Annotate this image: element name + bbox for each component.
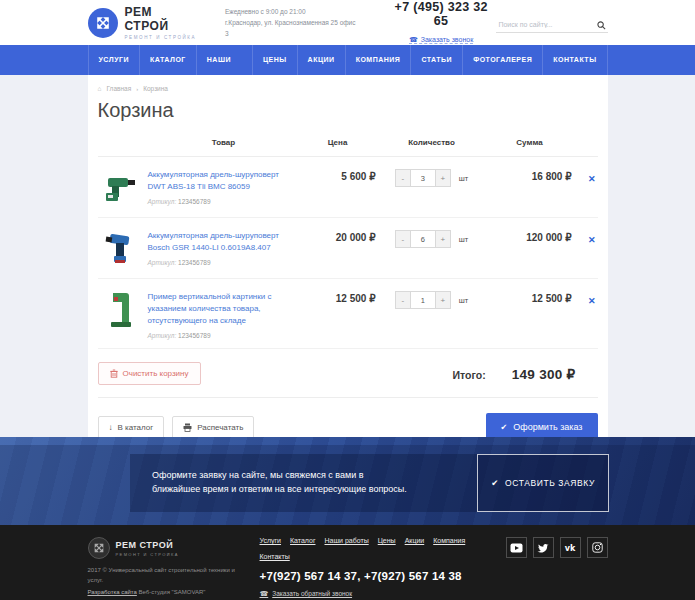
cart-page: ⌂ Главная › Корзина Корзина Товар Цена К… xyxy=(88,75,608,437)
qty-input[interactable] xyxy=(410,230,436,248)
developer-credit: Разработка сайта Веб-студия "SAMOVAR" xyxy=(88,589,240,595)
nav-item-nashi-raboty[interactable]: НАШИ РАБОТЫ xyxy=(197,45,253,75)
nav-item-fotogalereya[interactable]: ФОТОГАЛЕРЕЯ xyxy=(463,45,543,75)
remove-item-button[interactable]: ✕ xyxy=(586,235,598,246)
price-value: 12 500 ₽ xyxy=(300,290,376,304)
social-links: vk xyxy=(506,537,608,600)
arrow-icon: ↓ xyxy=(109,423,113,432)
breadcrumb-home[interactable]: Главная xyxy=(106,85,131,92)
qty-increase-button[interactable]: + xyxy=(436,230,451,248)
home-icon[interactable]: ⌂ xyxy=(98,85,102,92)
sum-value: 120 000 ₽ xyxy=(488,229,572,243)
column-sum: Сумма xyxy=(488,138,572,147)
schedule-hours: Ежедневно с 9:00 до 21:00 xyxy=(225,6,360,17)
footer-logo-subtitle: РЕМОНТ И СТРОЙКА xyxy=(116,552,179,557)
site-footer: РЕМ СТРОЙ РЕМОНТ И СТРОЙКА 2017 © Универ… xyxy=(0,525,695,600)
sum-value: 12 500 ₽ xyxy=(488,290,572,304)
product-image-green-drill[interactable] xyxy=(100,168,140,208)
footer-link-tseny[interactable]: Цены xyxy=(378,537,396,544)
column-quantity: Количество xyxy=(376,138,488,147)
developer-link[interactable]: Разработка сайта xyxy=(88,589,137,595)
sku-value: 123456789 xyxy=(178,198,211,205)
footer-nav: Услуги Каталог Наши работы Цены Акции Ко… xyxy=(260,537,498,560)
check-icon: ✔ xyxy=(491,478,499,488)
check-icon: ✔ xyxy=(501,423,508,432)
main-nav: УСЛУГИ КАТАЛОГ НАШИ РАБОТЫ ЦЕНЫ АКЦИИ КО… xyxy=(0,45,695,75)
print-button[interactable]: Распечатать xyxy=(172,416,254,439)
search-icon[interactable] xyxy=(597,16,606,34)
remove-item-button[interactable]: ✕ xyxy=(586,174,598,185)
qty-decrease-button[interactable]: - xyxy=(395,169,410,187)
price-value: 5 600 ₽ xyxy=(300,168,376,182)
back-to-catalog-button[interactable]: ↓ В каталог xyxy=(98,416,165,439)
footer-link-aktsii[interactable]: Акции xyxy=(405,537,425,544)
product-image-green-tacker[interactable] xyxy=(100,290,140,330)
vk-icon[interactable]: vk xyxy=(560,537,581,558)
copyright-text: 2017 © Универсальный сайт строительной т… xyxy=(88,566,240,585)
footer-link-uslugi[interactable]: Услуги xyxy=(260,537,282,544)
logo-title: РЕМ СТРОЙ xyxy=(125,5,199,33)
nav-item-kontakty[interactable]: КОНТАКТЫ xyxy=(543,45,607,75)
qty-decrease-button[interactable]: - xyxy=(395,230,410,248)
cart-table-header: Товар Цена Количество Сумма xyxy=(98,138,598,157)
product-image-blue-drill[interactable] xyxy=(100,229,140,269)
product-title-link[interactable]: Аккумуляторная дрель-шуруповерт Bosch GS… xyxy=(148,230,288,254)
printer-icon xyxy=(183,423,192,432)
footer-logo[interactable]: РЕМ СТРОЙ РЕМОНТ И СТРОЙКА xyxy=(88,537,240,559)
qty-decrease-button[interactable]: - xyxy=(395,291,410,309)
column-product: Товар xyxy=(148,138,300,147)
product-title-link[interactable]: Пример вертикальной картинки с указанием… xyxy=(148,291,288,327)
unit-label: шт xyxy=(459,235,468,244)
twitter-icon[interactable] xyxy=(533,537,554,558)
schedule-block: Ежедневно с 9:00 до 21:00 г.Краснодар, у… xyxy=(225,6,360,39)
quantity-stepper: - + xyxy=(395,291,451,309)
cta-section: Оформите заявку на сайте, мы свяжемся с … xyxy=(0,437,695,525)
footer-link-katalog[interactable]: Каталог xyxy=(290,537,315,544)
leave-request-button[interactable]: ✔ ОСТАВИТЬ ЗАЯВКУ xyxy=(477,454,609,512)
site-logo[interactable]: РЕМ СТРОЙ РЕМОНТ И СТРОЙКА xyxy=(88,5,199,40)
qty-increase-button[interactable]: + xyxy=(436,169,451,187)
qty-increase-button[interactable]: + xyxy=(436,291,451,309)
total-label: Итого: xyxy=(453,369,486,381)
site-header: РЕМ СТРОЙ РЕМОНТ И СТРОЙКА Ежедневно с 9… xyxy=(0,0,695,45)
cta-panel: Оформите заявку на сайте, мы свяжемся с … xyxy=(130,454,609,512)
nav-item-katalog[interactable]: КАТАЛОГ xyxy=(140,45,197,75)
product-title-link[interactable]: Аккумуляторная дрель-шуруповерт DWT ABS-… xyxy=(148,169,288,193)
qty-input[interactable] xyxy=(410,291,436,309)
trash-icon xyxy=(110,369,118,378)
nav-item-aktsii[interactable]: АКЦИИ xyxy=(298,45,346,75)
nav-item-uslugi[interactable]: УСЛУГИ xyxy=(88,45,141,75)
cart-row-bosch-drill: Аккумуляторная дрель-шуруповерт Bosch GS… xyxy=(98,218,598,279)
nav-item-kompaniya[interactable]: КОМПАНИЯ xyxy=(346,45,412,75)
quantity-stepper: - + xyxy=(395,169,451,187)
remove-item-button[interactable]: ✕ xyxy=(586,296,598,307)
nav-item-tseny[interactable]: ЦЕНЫ xyxy=(253,45,298,75)
breadcrumb-separator: › xyxy=(136,86,138,92)
qty-input[interactable] xyxy=(410,169,436,187)
footer-link-kontakty[interactable]: Контакты xyxy=(260,553,290,560)
sku-value: 123456789 xyxy=(178,259,211,266)
total-value: 149 300 ₽ xyxy=(512,366,576,382)
instagram-icon[interactable] xyxy=(587,537,608,558)
callback-link[interactable]: ☎Заказать звонок xyxy=(409,36,473,44)
sku-label: Артикул: xyxy=(148,198,177,205)
sku-label: Артикул: xyxy=(148,259,177,266)
footer-link-nashi-raboty[interactable]: Наши работы xyxy=(324,537,368,544)
totals-row: Очистить корзину Итого: 149 300 ₽ xyxy=(98,349,598,398)
unit-label: шт xyxy=(459,174,468,183)
clear-cart-button[interactable]: Очистить корзину xyxy=(98,362,201,385)
footer-logo-title: РЕМ СТРОЙ xyxy=(116,540,179,550)
nav-item-stati[interactable]: СТАТЬИ xyxy=(411,45,463,75)
sku-label: Артикул: xyxy=(148,332,177,339)
cta-text: Оформите заявку на сайте, мы свяжемся с … xyxy=(152,469,414,497)
sku-value: 123456789 xyxy=(178,332,211,339)
footer-link-kompaniya[interactable]: Компания xyxy=(433,537,465,544)
logo-arrows-icon xyxy=(88,8,118,38)
phone-icon: ☎ xyxy=(260,590,269,597)
footer-callback-link[interactable]: ☎Заказать обратный звонок xyxy=(260,590,353,597)
column-price: Цена xyxy=(300,138,376,147)
header-phone: +7 (495) 323 32 65 xyxy=(386,0,497,28)
youtube-icon[interactable] xyxy=(506,537,527,558)
breadcrumb: ⌂ Главная › Корзина xyxy=(98,85,598,92)
search-input[interactable] xyxy=(496,17,607,33)
